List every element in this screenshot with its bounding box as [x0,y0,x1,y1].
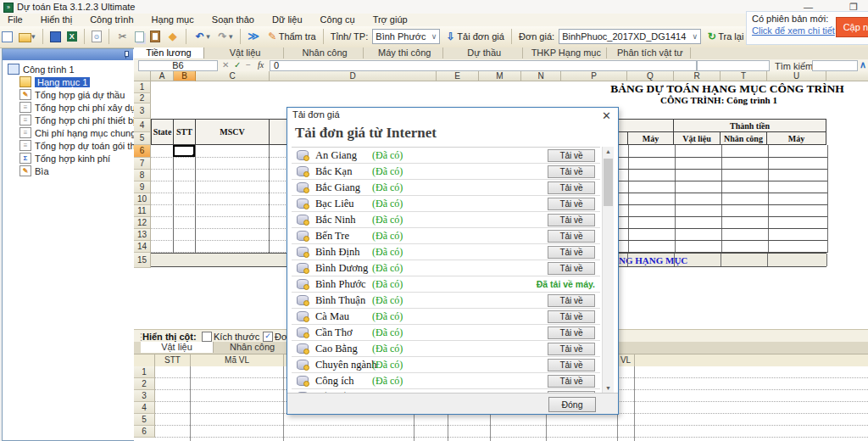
tab-nhan-cong[interactable]: Nhân công [287,47,364,59]
bottom-row-header[interactable]: 4 [134,402,155,414]
row-header[interactable]: 14 [134,241,151,253]
fast-forward-button[interactable]: ≫ [246,28,262,45]
dialog-close-button[interactable]: Đóng [548,397,596,412]
tab-vat-lieu[interactable]: Vật liệu [207,47,284,59]
menu-hang-muc[interactable]: Hạng mục [144,14,202,25]
dialog-scrollbar[interactable]: ▲ ▼ [602,147,614,394]
col-N[interactable]: N [521,71,561,81]
cut-button[interactable]: ✂ [114,28,131,45]
province-select[interactable]: Bình Phước∨ [372,29,440,44]
row-header[interactable]: 9 [134,181,151,193]
paste-button[interactable] [148,28,162,45]
bottom-row-header[interactable]: 6 [134,426,155,438]
row-header[interactable]: 11 [134,205,151,217]
tree-item-chi-phi-thiet-bi[interactable]: ≡ Tổng hợp chi phí thiết bị [19,114,136,126]
tab-phan-tich-vat-tu[interactable]: Phân tích vật tư [609,47,691,59]
save-button[interactable] [48,28,63,45]
menu-du-lieu[interactable]: Dữ liệu [264,14,310,25]
download-row-button[interactable]: Tải về [548,214,595,226]
collapse-icon[interactable]: ∧ [860,59,866,70]
row-header[interactable]: 13 [134,229,151,241]
row-header[interactable]: 10 [134,193,151,205]
download-row-button[interactable]: Tải về [548,327,595,339]
name-box[interactable] [697,60,770,71]
tab-bottom-nhan-cong[interactable]: Nhân công [216,342,289,353]
size-checkbox[interactable] [202,332,212,342]
col-M[interactable]: M [479,71,521,81]
download-row-button[interactable]: Tải về [548,198,595,210]
download-row-button[interactable]: Tải về [548,310,595,323]
new-document-button[interactable] [0,28,14,45]
tab-thkp-hang-muc[interactable]: THKP Hạng mục [526,47,607,59]
tree-item-gia-du-thau[interactable]: ✎ Tổng hợp giá dự thầu [19,88,125,101]
row-header[interactable]: 7 [134,158,151,170]
download-row-button[interactable]: Tải về [548,181,595,194]
undo-button[interactable]: ↶▾ [192,28,212,45]
download-row-button[interactable]: Tải về [548,375,595,388]
download-row-button[interactable]: Tải về [548,262,595,275]
update-button[interactable]: Cập nhật [836,17,868,37]
tree-item-goi-thau[interactable]: ≡ Tổng hợp dự toán gói thầu [19,139,146,152]
menu-soan-thao[interactable]: Soạn thảo [204,14,262,25]
download-row-button[interactable]: Tải về [548,246,595,259]
row-header[interactable]: 4 [134,119,151,132]
col-C[interactable]: C [196,71,270,81]
menu-tro-giup[interactable]: Trợ giúp [365,14,415,25]
col-R[interactable]: R [674,71,721,81]
row-header[interactable]: 1 [134,81,151,93]
row-header[interactable]: 5 [134,132,151,145]
formula-input[interactable]: 0 [270,60,697,71]
tab-may-thi-cong[interactable]: Máy thi công [366,47,443,59]
col-B[interactable]: B [174,71,196,81]
format-brush-button[interactable]: ◆ [164,28,181,45]
row-header-selected[interactable]: 6 [134,145,151,158]
row-header[interactable]: 3 [134,103,151,119]
tree-item-hang-muc[interactable]: Hạng mục 1 [19,75,90,88]
pin-icon[interactable] [123,51,129,59]
row-header[interactable]: 2 [134,93,151,103]
cell-reference-box[interactable]: B6 [138,60,218,71]
download-row-button[interactable]: Tải về [548,359,595,371]
confirm-entry-icon[interactable]: ✓ [234,59,241,70]
open-button[interactable]: ▾ [17,28,37,45]
tree-item-hang-muc-chung[interactable]: ≡ Chi phí hạng mục chung [19,126,136,139]
tree-item-chi-phi-xay-dung[interactable]: ≡ Tổng hợp chi phí xây dựng [19,101,147,114]
download-row-button[interactable]: Tải về [548,230,595,243]
close-icon[interactable]: ✕ [602,109,611,122]
tree-root-cong-trinh[interactable]: Công trình 1 [8,63,75,75]
col-D[interactable]: D [270,71,437,81]
selected-cell-B6[interactable] [173,145,195,157]
unitprice-select[interactable]: BinhPhuoc_2017XD_DG1414∨ [559,29,701,44]
redo-button[interactable]: ↷▾ [214,28,235,45]
download-row-button[interactable]: Tải về [548,294,595,307]
col-U[interactable]: U [767,71,826,81]
excel-export-button[interactable]: X [65,28,79,45]
menu-hien-thi[interactable]: Hiển thị [33,14,80,25]
row-header[interactable]: 8 [134,170,151,181]
size-checkbox-label[interactable]: Kích thước [214,332,259,342]
verify-button[interactable]: ✎Thẩm tra [264,28,318,45]
row-header[interactable]: 15 [134,253,151,268]
menu-cong-cu[interactable]: Công cụ [313,14,363,25]
col-A[interactable]: A [151,71,174,81]
download-row-button[interactable]: Tải về [548,165,595,178]
download-unitprice-button[interactable]: ⇩Tải đơn giá [442,28,506,45]
col-E[interactable]: E [437,71,479,81]
col-T[interactable]: T [721,71,767,81]
download-row-button[interactable]: Tải về [548,343,595,355]
scrollbar-thumb[interactable] [604,159,613,206]
scroll-up-icon[interactable]: ▲ [603,147,614,157]
print-preview-button[interactable]: ⊙ [90,28,103,45]
minus-icon[interactable]: − [246,59,251,70]
tree-item-kinh-phi[interactable]: Σ Tổng hợp kinh phí [19,152,110,165]
bottom-row-header[interactable]: 5 [134,414,155,426]
col-P[interactable]: P [561,71,627,81]
menu-file[interactable]: File [0,14,31,25]
download-row-button[interactable]: Tải về [548,149,595,162]
copy-button[interactable] [133,28,146,45]
bottom-row-header[interactable]: 3 [134,390,155,402]
fill-handle[interactable] [192,154,195,157]
col-Q[interactable]: Q [627,71,674,81]
menu-cong-trinh[interactable]: Công trình [82,14,141,25]
tab-tien-luong[interactable]: Tiền lương [134,47,204,59]
